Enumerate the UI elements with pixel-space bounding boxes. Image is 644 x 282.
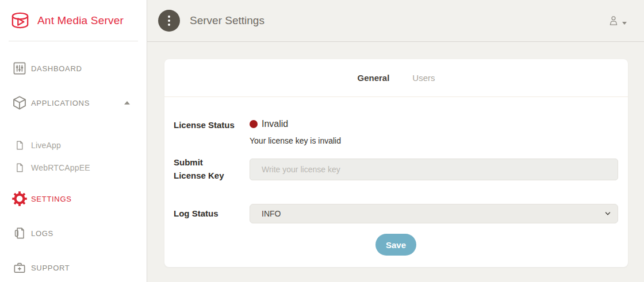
sidebar-item-liveapp[interactable]: LiveApp xyxy=(0,134,147,156)
license-status-label: License Status xyxy=(174,119,250,132)
log-status-control: INFO xyxy=(250,204,618,223)
license-status-value-group: Invalid Your license key is invalid xyxy=(250,119,618,145)
user-icon xyxy=(607,14,620,27)
settings-card: General Users License Status Invalid You… xyxy=(164,59,628,267)
logs-icon xyxy=(8,226,31,240)
brand-logo[interactable]: Ant Media Server xyxy=(0,0,147,41)
chevron-down-icon xyxy=(622,22,627,25)
license-key-row: Submit License Key xyxy=(174,156,618,182)
menu-ellipsis-button[interactable] xyxy=(158,10,180,32)
applications-icon xyxy=(8,95,31,111)
status-dot-icon xyxy=(250,120,258,128)
sidebar-item-label: APPLICATIONS xyxy=(31,99,90,107)
license-status-value: Invalid xyxy=(262,119,288,129)
main-column: Server Settings General Users License xyxy=(147,0,644,282)
gear-icon xyxy=(8,190,31,207)
sidebar-item-label: SETTINGS xyxy=(31,195,72,203)
sidebar-item-logs[interactable]: LOGS xyxy=(0,222,147,245)
collapse-caret-icon[interactable] xyxy=(124,101,130,105)
sidebar-item-label: SUPPORT xyxy=(31,264,70,272)
content-area: General Users License Status Invalid You… xyxy=(147,42,644,282)
ellipsis-dot xyxy=(168,16,170,18)
file-icon xyxy=(8,163,31,173)
settings-tabbar: General Users xyxy=(164,59,628,97)
ellipsis-dot xyxy=(168,24,170,26)
support-icon xyxy=(8,260,31,275)
sidebar-item-label: DASHBOARD xyxy=(31,64,82,73)
sidebar-item-label: LiveApp xyxy=(31,141,61,150)
license-key-control xyxy=(250,159,618,180)
license-status-helper: Your license key is invalid xyxy=(250,136,618,145)
sidebar-divider xyxy=(9,41,138,41)
brand-name: Ant Media Server xyxy=(37,14,124,27)
sidebar-item-label: WebRTCAppEE xyxy=(31,163,90,172)
sidebar-item-settings[interactable]: SETTINGS xyxy=(0,187,147,210)
antmedia-logo-icon xyxy=(8,9,32,33)
license-status-line: Invalid xyxy=(250,119,618,129)
ellipsis-dot xyxy=(168,20,170,22)
app-window: Ant Media Server DASHBOARD xyxy=(0,0,644,282)
dashboard-icon xyxy=(8,61,31,76)
settings-form: License Status Invalid Your license key … xyxy=(164,97,628,256)
sidebar-item-label: LOGS xyxy=(31,229,53,238)
license-key-label: Submit License Key xyxy=(174,156,250,182)
sidebar-item-applications[interactable]: APPLICATIONS xyxy=(0,91,147,114)
log-status-select[interactable]: INFO xyxy=(250,204,618,223)
log-status-row: Log Status INFO xyxy=(174,204,618,223)
sidebar-nav: DASHBOARD APPLICATIONS xyxy=(0,57,147,279)
file-icon xyxy=(8,140,31,150)
log-status-label: Log Status xyxy=(174,207,250,221)
user-menu[interactable] xyxy=(607,14,627,27)
sidebar: Ant Media Server DASHBOARD xyxy=(0,0,147,282)
page-title: Server Settings xyxy=(190,14,264,27)
license-status-row: License Status Invalid Your license key … xyxy=(174,119,618,145)
tab-users[interactable]: Users xyxy=(411,71,436,85)
sidebar-item-support[interactable]: SUPPORT xyxy=(0,256,147,279)
save-button[interactable]: Save xyxy=(375,234,416,256)
page-header: Server Settings xyxy=(147,0,644,42)
sidebar-item-webrtcappee[interactable]: WebRTCAppEE xyxy=(0,157,147,179)
save-row: Save xyxy=(174,234,618,256)
log-status-select-wrap: INFO xyxy=(250,204,618,223)
sidebar-item-dashboard[interactable]: DASHBOARD xyxy=(0,57,147,80)
license-key-input[interactable] xyxy=(250,159,618,180)
tab-general[interactable]: General xyxy=(356,71,390,85)
